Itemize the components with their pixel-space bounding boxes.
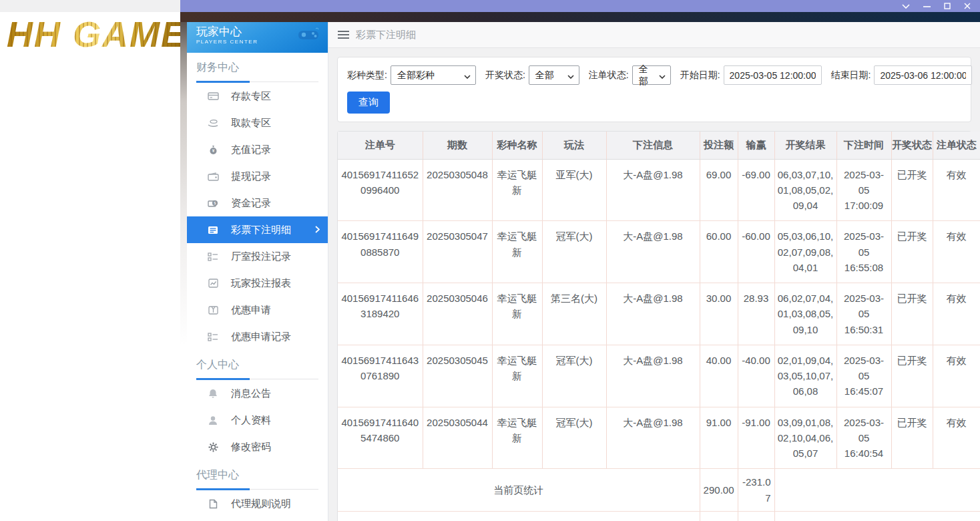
sidebar-item-announcements[interactable]: 消息公告 — [187, 380, 328, 407]
table-row: 401569174116490885870 20250305047 幸运飞艇新 … — [338, 221, 980, 283]
bets-table-panel: 注单号 期数 彩种名称 玩法 下注信息 投注额 输赢 开奖结果 下注时间 开 — [337, 131, 971, 521]
table-header-row: 注单号 期数 彩种名称 玩法 下注信息 投注额 输赢 开奖结果 下注时间 开 — [338, 132, 980, 159]
page-summary-row: 当前页统计 290.00 -231.07 — [338, 469, 980, 512]
grand-summary-winloss-total: -231.07 — [738, 511, 774, 521]
col-winloss: 输赢 — [738, 132, 774, 159]
document-icon — [207, 499, 219, 509]
cell-draw-result: 03,09,01,08,02,10,04,06,05,07 — [774, 407, 836, 469]
user-icon — [207, 415, 219, 425]
cell-bet-info: 大-A盘@1.98 — [606, 283, 700, 345]
cell-draw-status: 已开奖 — [891, 345, 933, 407]
window-left-edge — [180, 22, 187, 521]
cell-order-id: 401569174116463189420 — [338, 283, 423, 345]
page-summary-winloss-total: -231.07 — [738, 469, 774, 512]
sidebar-item-promo-apply[interactable]: 优惠申请 — [187, 297, 328, 323]
close-icon[interactable] — [964, 3, 971, 9]
cell-draw-status: 已开奖 — [891, 407, 933, 469]
cell-draw-status: 已开奖 — [891, 159, 933, 221]
bell-icon — [207, 389, 219, 399]
draw-status-select[interactable]: 全部 — [529, 65, 579, 85]
col-play-type: 玩法 — [542, 132, 606, 159]
section-divider — [196, 488, 318, 490]
cell-period: 20250305045 — [423, 345, 492, 407]
cell-order-status: 有效 — [933, 407, 980, 469]
end-date-input[interactable] — [874, 65, 972, 85]
sidebar: 玩家中心 PLAYERS CENTER 财务中心 存款专区 — [187, 22, 328, 521]
cell-period: 20250305044 — [423, 407, 492, 469]
top-banner-strip — [180, 12, 980, 22]
cell-winloss: 28.93 — [738, 283, 774, 345]
cell-order-status: 有效 — [933, 221, 980, 283]
cell-lottery-name: 幸运飞艇新 — [492, 283, 542, 345]
col-order-status: 注单状态 — [933, 132, 980, 159]
sidebar-item-deposit[interactable]: 存款专区 — [187, 83, 328, 110]
section-divider — [196, 81, 318, 83]
sidebar-item-funds-records[interactable]: $ 资金记录 — [187, 190, 328, 216]
grand-summary-label: 总统计 — [338, 511, 700, 521]
col-draw-status: 开奖状态 — [891, 132, 933, 159]
query-button[interactable]: 查询 — [347, 92, 390, 114]
sidebar-item-profile[interactable]: 个人资料 — [187, 407, 328, 433]
section-title: 财务中心 — [196, 58, 318, 75]
grand-summary-bet-total: 290.00 — [700, 511, 738, 521]
cell-play-type: 冠军(大) — [542, 221, 606, 283]
cell-draw-result: 05,03,06,10,02,07,09,08,04,01 — [774, 221, 836, 283]
minimize-icon[interactable] — [923, 3, 931, 9]
cell-winloss: -40.00 — [738, 345, 774, 407]
wallet-icon — [207, 172, 219, 181]
deposit-card-icon — [207, 92, 219, 101]
cell-play-type: 冠军(大) — [542, 345, 606, 407]
cell-bet-time: 2025-03-05 16:45:07 — [836, 345, 891, 407]
order-status-select[interactable]: 全部 — [632, 65, 671, 85]
cell-bet-amount: 40.00 — [700, 345, 738, 407]
maximize-icon[interactable] — [944, 3, 951, 9]
cell-bet-time: 2025-03-05 16:50:31 — [836, 283, 891, 345]
cell-winloss: -60.00 — [738, 221, 774, 283]
col-bet-info: 下注信息 — [606, 132, 700, 159]
cell-order-id: 401569174116490885870 — [338, 221, 423, 283]
screen: HH GAME 玩家中心 PLAYERS CENTER — [0, 0, 980, 521]
section-divider — [196, 378, 318, 380]
gamepad-icon — [297, 27, 320, 45]
filter-draw-status: 开奖状态: 全部 — [485, 65, 579, 85]
sidebar-item-hall-bet-records[interactable]: 厅室投注记录 — [187, 243, 328, 270]
cell-bet-amount: 30.00 — [700, 283, 738, 345]
col-bet-amount: 投注额 — [700, 132, 738, 159]
svg-text:¥: ¥ — [212, 148, 214, 153]
chevron-down-icon[interactable] — [902, 3, 910, 9]
grand-summary-row: 总统计 290.00 -231.07 — [338, 511, 980, 521]
cell-bet-time: 2025-03-05 16:40:54 — [836, 407, 891, 469]
withdraw-hand-icon — [207, 119, 219, 128]
sidebar-item-lottery-bet-details[interactable]: 彩票下注明细 — [187, 216, 328, 243]
sidebar-item-withdraw-records[interactable]: 提现记录 — [187, 163, 328, 190]
lottery-type-select[interactable]: 全部彩种 — [391, 65, 476, 85]
cell-period: 20250305046 — [423, 283, 492, 345]
bets-table: 注单号 期数 彩种名称 玩法 下注信息 投注额 输赢 开奖结果 下注时间 开 — [338, 132, 980, 521]
table-row: 401569174116405474860 20250305044 幸运飞艇新 … — [338, 407, 980, 469]
cell-bet-time: 2025-03-05 16:55:08 — [836, 221, 891, 283]
cell-draw-status: 已开奖 — [891, 221, 933, 283]
cell-lottery-name: 幸运飞艇新 — [492, 345, 542, 407]
filter-end-date: 结束日期: — [831, 65, 973, 85]
menu-toggle-icon[interactable] — [338, 31, 349, 39]
sidebar-item-withdraw[interactable]: 取款专区 — [187, 110, 328, 136]
cell-winloss: -91.00 — [738, 407, 774, 469]
gear-icon — [207, 442, 219, 452]
sidebar-item-promo-apply-records[interactable]: 优惠申请记录 — [187, 323, 328, 350]
filter-label: 彩种类型: — [347, 69, 387, 81]
start-date-input[interactable] — [724, 65, 822, 85]
chevron-right-icon — [315, 224, 320, 236]
caret-down-icon — [659, 70, 666, 81]
table-row: 401569174116430761890 20250305045 幸运飞艇新 … — [338, 345, 980, 407]
section-title: 个人中心 — [196, 355, 318, 372]
section-title: 代理中心 — [196, 466, 318, 482]
col-lottery-name: 彩种名称 — [492, 132, 542, 159]
filter-order-status: 注单状态: 全部 — [589, 65, 671, 85]
sidebar-item-player-bet-report[interactable]: 玩家投注报表 — [187, 270, 328, 297]
coupon-icon — [207, 305, 219, 315]
col-period: 期数 — [423, 132, 492, 159]
sidebar-item-agent-rules[interactable]: 代理规则说明 — [187, 490, 328, 517]
sidebar-item-change-password[interactable]: 修改密码 — [187, 433, 328, 460]
cell-play-type: 冠军(大) — [542, 407, 606, 469]
sidebar-item-recharge-records[interactable]: ¥ 充值记录 — [187, 136, 328, 163]
